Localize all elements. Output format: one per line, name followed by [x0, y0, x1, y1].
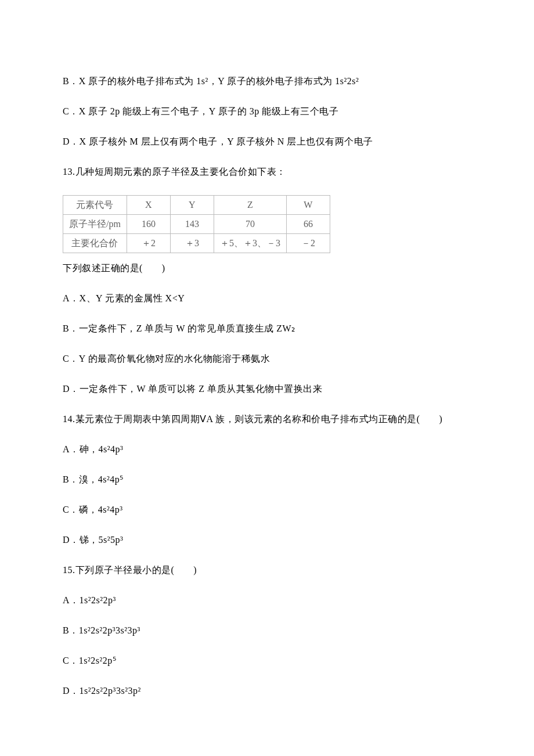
q12-option-d: D．X 原子核外 M 层上仅有两个电子，Y 原子核外 N 层上也仅有两个电子: [63, 135, 471, 149]
table-cell: 主要化合价: [63, 234, 127, 253]
table-cell: ＋3: [170, 234, 214, 253]
q14-stem: 14.某元素位于周期表中第四周期ⅤA 族，则该元素的名称和价电子排布式均正确的是…: [63, 412, 471, 426]
q15-option-b: B．1s²2s²2p³3s²3p³: [63, 624, 471, 638]
q14-option-a: A．砷，4s²4p³: [63, 442, 471, 456]
q13-option-b: B．一定条件下，Z 单质与 W 的常见单质直接生成 ZW₂: [63, 322, 471, 336]
table-cell: 元素代号: [63, 196, 127, 215]
q13-stem: 13.几种短周期元素的原子半径及主要化合价如下表：: [63, 165, 471, 179]
q15-option-a: A．1s²2s²2p³: [63, 593, 471, 607]
q13-option-a: A．X、Y 元素的金属性 X<Y: [63, 291, 471, 305]
q13-after: 下列叙述正确的是( ): [63, 261, 471, 275]
q14-option-d: D．锑，5s²5p³: [63, 533, 471, 547]
q13-option-c: C．Y 的最高价氧化物对应的水化物能溶于稀氨水: [63, 352, 471, 366]
table-row: 元素代号 X Y Z W: [63, 196, 330, 215]
table-cell: Y: [170, 196, 214, 215]
table-cell: 143: [170, 215, 214, 234]
q15-option-d: D．1s²2s²2p³3s²3p²: [63, 684, 471, 698]
table-cell: －2: [286, 234, 330, 253]
q13-table: 元素代号 X Y Z W 原子半径/pm 160 143 70 66 主要化合价…: [63, 195, 330, 253]
table-cell: 66: [286, 215, 330, 234]
table-row: 主要化合价 ＋2 ＋3 ＋5、＋3、－3 －2: [63, 234, 330, 253]
q15-stem: 15.下列原子半径最小的是( ): [63, 563, 471, 577]
q15-option-c: C．1s²2s²2p⁵: [63, 654, 471, 668]
q13-option-d: D．一定条件下，W 单质可以将 Z 单质从其氢化物中置换出来: [63, 382, 471, 396]
q14-option-b: B．溴，4s²4p⁵: [63, 473, 471, 487]
table-cell: ＋5、＋3、－3: [214, 234, 286, 253]
table-cell: 原子半径/pm: [63, 215, 127, 234]
table-cell: 70: [214, 215, 286, 234]
table-cell: W: [286, 196, 330, 215]
table-cell: 160: [127, 215, 170, 234]
page: B．X 原子的核外电子排布式为 1s²，Y 原子的核外电子排布式为 1s²2s²…: [0, 0, 534, 756]
q12-option-b: B．X 原子的核外电子排布式为 1s²，Y 原子的核外电子排布式为 1s²2s²: [63, 74, 471, 88]
table-cell: ＋2: [127, 234, 170, 253]
table-cell: Z: [214, 196, 286, 215]
table-cell: X: [127, 196, 170, 215]
table-row: 原子半径/pm 160 143 70 66: [63, 215, 330, 234]
q12-option-c: C．X 原子 2p 能级上有三个电子，Y 原子的 3p 能级上有三个电子: [63, 105, 471, 118]
q14-option-c: C．磷，4s²4p³: [63, 503, 471, 517]
